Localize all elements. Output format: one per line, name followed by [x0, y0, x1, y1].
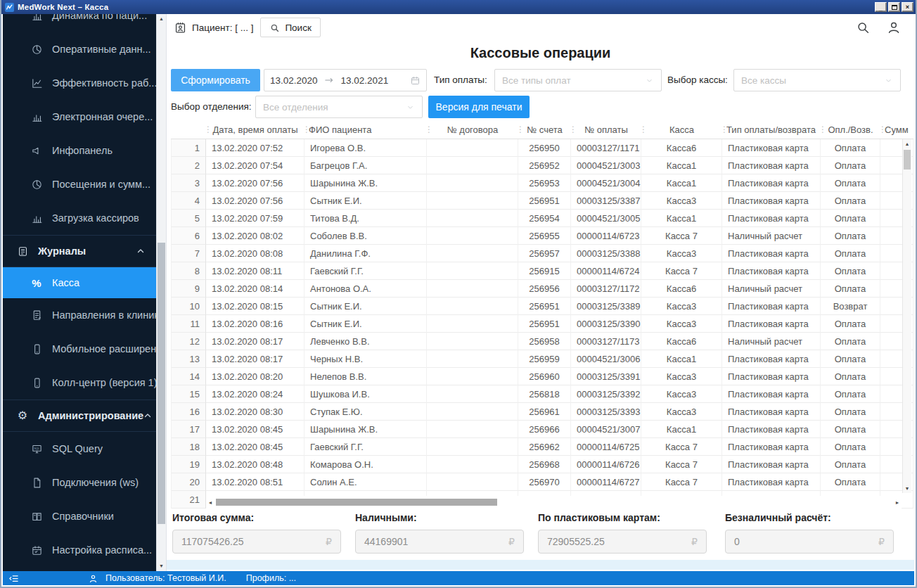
- vertical-scrollbar[interactable]: ▲ ▼: [902, 139, 911, 493]
- user-icon: [88, 573, 98, 584]
- sidebar-item-schedule[interactable]: Настройка расписа...: [3, 533, 156, 567]
- sidebar-item-cashiers-load[interactable]: Загрузка кассиров: [3, 201, 156, 235]
- table-row[interactable]: 1013.02.2020 08:15Сытник Е.И.25695100003…: [171, 298, 913, 315]
- sidebar-item-referrals[interactable]: Направления в клинику: [3, 298, 156, 332]
- search-icon[interactable]: [855, 20, 871, 35]
- column-menu-icon[interactable]: ⋮: [304, 124, 311, 134]
- horizontal-scrollbar[interactable]: ◄ ►: [206, 496, 902, 509]
- column-header[interactable]: ⋮Тип оплаты/возврата: [722, 121, 821, 139]
- search-button[interactable]: Поиск: [260, 18, 320, 37]
- calendar-icon: [30, 543, 44, 557]
- patient-label: Пациент: [ ... ]: [192, 23, 253, 33]
- status-user: Пользователь: Тестовый И.И.: [105, 573, 226, 583]
- scroll-down-icon[interactable]: ▼: [903, 484, 911, 493]
- sidebar-item-callcenter[interactable]: Колл-центр (версия 1): [3, 366, 156, 400]
- date-to-value[interactable]: 13.02.2021: [341, 75, 389, 86]
- cashdesk-select[interactable]: Все кассы: [733, 69, 901, 91]
- date-from-value[interactable]: 13.02.2020: [270, 75, 318, 86]
- sidebar-item-directories[interactable]: Справочники: [3, 499, 156, 533]
- table-row[interactable]: 1313.02.2020 08:17Черных Н.В.25695900004…: [171, 350, 913, 368]
- sidebar-item-efficiency[interactable]: Эффективность раб...: [3, 66, 156, 100]
- close-button[interactable]: ×: [902, 2, 913, 12]
- total-sum-field[interactable]: 117075426.25₽: [172, 530, 341, 554]
- table-row[interactable]: 1213.02.2020 08:17Левченко В.В.256958000…: [171, 333, 913, 350]
- column-header[interactable]: ⋮Опл./Возв.: [821, 121, 880, 139]
- scroll-up-icon[interactable]: ▲: [903, 139, 911, 148]
- sidebar-item-administration[interactable]: ⚙Администрирование: [3, 400, 156, 432]
- ruble-icon: ₽: [326, 536, 332, 547]
- table-row[interactable]: 213.02.2020 07:54Багрецов Г.А.2569520000…: [171, 157, 913, 174]
- table-row[interactable]: 1613.02.2020 08:30Ступак Е.Ю.25696100003…: [171, 403, 913, 421]
- patient-chip[interactable]: Пациент: [ ... ]: [172, 18, 260, 37]
- sidebar-scrollbar[interactable]: ▲ ▼: [156, 14, 167, 571]
- app-window: MedWork Next – Касса _ × Динамика по пац…: [0, 0, 917, 588]
- column-header[interactable]: ⋮Дата, время оплаты: [206, 121, 304, 139]
- user-icon[interactable]: [886, 20, 902, 35]
- maximize-button[interactable]: [888, 2, 900, 12]
- table-row[interactable]: 813.02.2020 08:11Гаевский Г.Г.2569150000…: [171, 262, 913, 280]
- sidebar-item-operational[interactable]: Оперативные данн...: [3, 32, 156, 66]
- table-row[interactable]: 1913.02.2020 08:48Комарова О.Н.256968000…: [171, 456, 913, 473]
- pie-chart-icon: [30, 42, 44, 56]
- column-header[interactable]: ⋮№ договора: [427, 121, 518, 139]
- table-row[interactable]: 1513.02.2020 08:24Шушкова И.В.2568180000…: [171, 385, 913, 403]
- table-row[interactable]: 913.02.2020 08:14Антонова О.А.2569560000…: [171, 280, 913, 298]
- filter-row-2: Выбор отделения: Все отделения Версия дл…: [167, 96, 914, 118]
- table-row[interactable]: 1713.02.2020 08:45Шарынина Ж.В.256966000…: [171, 421, 913, 438]
- table-row[interactable]: 413.02.2020 07:56Сытник Е.И.256951000031…: [171, 192, 913, 210]
- sidebar-item-visits[interactable]: Посещения и сумм...: [3, 167, 156, 201]
- table-row[interactable]: 613.02.2020 08:02Соболев В.В.25695500000…: [171, 227, 913, 245]
- sidebar-item-sql-query[interactable]: SQLSQL Query: [3, 432, 156, 466]
- sidebar-collapse-icon[interactable]: [8, 573, 19, 584]
- table-row[interactable]: 113.02.2020 07:52Игорева О.В.25695000003…: [171, 139, 913, 157]
- vertical-scrollbar-thumb[interactable]: [904, 150, 911, 170]
- payment-type-select[interactable]: Все типы оплат: [494, 69, 662, 91]
- table-row[interactable]: 1813.02.2020 08:45Гаевский Г.Г.256962000…: [171, 438, 913, 456]
- column-header[interactable]: ⋮Касса: [641, 121, 722, 139]
- column-menu-icon[interactable]: ⋮: [206, 124, 212, 134]
- sidebar-item-dynamics[interactable]: Динамика по паци...: [3, 14, 156, 32]
- table-row[interactable]: 313.02.2020 07:56Шарынина Ж.В.2569530000…: [171, 174, 913, 192]
- column-menu-icon[interactable]: ⋮: [571, 124, 577, 134]
- column-menu-icon[interactable]: ⋮: [518, 124, 525, 134]
- top-toolbar: Пациент: [ ... ] Поиск: [167, 14, 914, 41]
- scroll-down-icon[interactable]: ▼: [157, 561, 166, 571]
- sidebar-item-infopanel[interactable]: Инфопанель: [3, 134, 156, 167]
- sidebar-item-connections[interactable]: Подключения (ws): [3, 466, 156, 499]
- column-header[interactable]: ⋮№ оплаты: [571, 121, 641, 139]
- column-header[interactable]: ⋮№ счета: [518, 121, 571, 139]
- table-row[interactable]: 513.02.2020 07:59Титова В.Д.256954000045…: [171, 210, 913, 227]
- table-row[interactable]: 2013.02.2020 08:51Солин А.Е.256970000001…: [171, 473, 913, 491]
- print-version-button[interactable]: Версия для печати: [428, 96, 530, 118]
- cash-sum-field[interactable]: 44169901₽: [355, 530, 524, 554]
- sidebar-item-kassa[interactable]: %Касса: [3, 267, 156, 298]
- column-menu-icon[interactable]: ⋮: [641, 124, 648, 134]
- patient-badge-icon: [174, 21, 187, 34]
- scroll-left-icon[interactable]: ◄: [206, 500, 214, 505]
- scroll-right-icon[interactable]: ►: [893, 500, 902, 505]
- department-select[interactable]: Все отделения: [255, 96, 423, 118]
- cashless-sum-field[interactable]: 0₽: [725, 530, 894, 554]
- sidebar-item-mobile[interactable]: Мобильное расширение: [3, 332, 156, 366]
- table-row[interactable]: 713.02.2020 08:08Данилина Г.Ф.2569570000…: [171, 245, 913, 262]
- date-range-picker[interactable]: 13.02.2020 13.02.2021: [264, 69, 427, 91]
- card-sum-label: По пластиковым картам:: [538, 512, 707, 523]
- sidebar-item-journals[interactable]: Журналы: [3, 235, 156, 267]
- sidebar-item-equeue[interactable]: Электронная очере...: [3, 100, 156, 134]
- column-menu-icon[interactable]: ⋮: [722, 124, 729, 134]
- card-sum-field[interactable]: 72905525.25₽: [538, 530, 707, 554]
- sidebar-scrollbar-thumb[interactable]: [158, 243, 165, 524]
- table-row[interactable]: 1413.02.2020 08:20Нелепов В.В.2569600000…: [171, 368, 913, 385]
- generate-button[interactable]: Сформировать: [171, 69, 260, 91]
- table-row[interactable]: 1113.02.2020 08:16Сытник Е.И.25695100003…: [171, 315, 913, 333]
- column-menu-icon[interactable]: ⋮: [821, 124, 827, 134]
- column-header[interactable]: ⋮ФИО пациента: [304, 121, 427, 139]
- column-menu-icon[interactable]: ⋮: [880, 124, 887, 134]
- column-header[interactable]: ⋮Сумм: [880, 121, 913, 139]
- calendar-icon[interactable]: [410, 75, 421, 86]
- horizontal-scrollbar-thumb[interactable]: [216, 499, 497, 506]
- scroll-up-icon[interactable]: ▲: [157, 14, 166, 24]
- column-menu-icon[interactable]: ⋮: [427, 124, 433, 134]
- page-title: Кассовые операции: [167, 45, 914, 61]
- minimize-button[interactable]: _: [875, 2, 887, 12]
